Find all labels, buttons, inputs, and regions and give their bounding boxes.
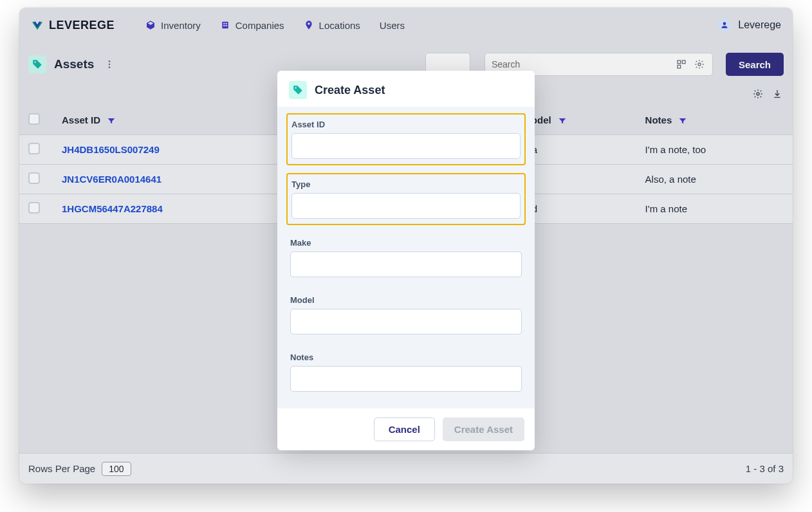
label-make: Make [290,238,522,248]
field-make: Make [286,233,526,282]
modal-header: Create Asset [277,71,535,107]
tag-icon-chip [289,81,307,99]
label-type: Type [291,179,521,189]
input-make[interactable] [290,251,522,277]
svg-point-15 [295,87,297,89]
tag-icon [292,84,304,96]
field-type: Type [286,173,526,225]
modal-title: Create Asset [315,84,385,97]
label-notes: Notes [290,352,522,362]
input-asset-id[interactable] [291,133,521,159]
field-asset-id: Asset ID [286,113,526,165]
field-notes: Notes [286,347,526,397]
app-window: LEVEREGE Inventory Companies Locations U… [19,8,793,484]
input-model[interactable] [290,309,522,334]
input-notes[interactable] [290,366,522,392]
cancel-button[interactable]: Cancel [374,417,435,441]
modal-overlay: Create Asset Asset ID Type Make Model [19,8,793,484]
modal-body: Asset ID Type Make Model Notes [277,107,535,408]
create-asset-button[interactable]: Create Asset [443,417,524,441]
modal-footer: Cancel Create Asset [277,408,535,450]
label-asset-id: Asset ID [291,120,521,129]
input-type[interactable] [291,193,521,219]
label-model: Model [290,295,522,305]
create-asset-modal: Create Asset Asset ID Type Make Model [277,71,535,450]
field-model: Model [286,290,526,340]
